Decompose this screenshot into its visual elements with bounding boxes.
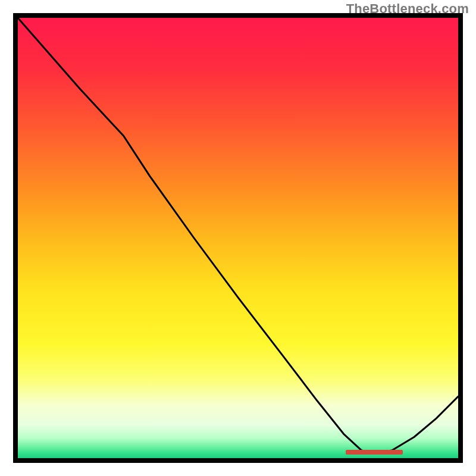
- chart-container: TheBottleneck.com: [0, 0, 476, 476]
- bottleneck-line: [18, 18, 458, 454]
- plot-area: [18, 18, 458, 458]
- optimal-range-marker: [346, 450, 403, 455]
- bottleneck-curve-layer: [18, 18, 458, 458]
- chart-frame: [13, 13, 463, 463]
